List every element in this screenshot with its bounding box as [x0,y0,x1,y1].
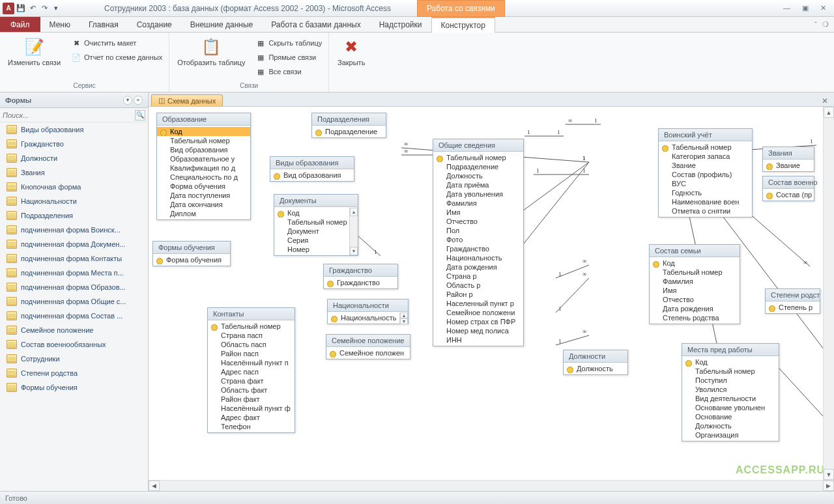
table-field[interactable]: Номер [274,245,349,254]
table-field[interactable]: Номер мед полиса [433,326,523,335]
table-field[interactable]: Отчество [433,217,523,226]
table-field[interactable]: Населённый пункт п [208,358,295,367]
table-header[interactable]: Образование [157,113,250,126]
table-field[interactable]: Поступил [682,376,779,385]
navpane-item[interactable]: Формы обучения [0,380,148,395]
table-field[interactable]: Форма обучения [157,182,250,191]
table-field[interactable]: Степень родства [650,313,740,322]
table-field[interactable]: Область пасп [208,340,295,349]
navpane-collapse-icon[interactable]: « [134,96,143,105]
table-field[interactable]: Район пасп [208,349,295,358]
table-header[interactable]: Состав военно [763,176,814,189]
navpane-item[interactable]: Семейное положение [0,323,148,337]
table-box-kinship[interactable]: Степени родстСтепень р [765,288,820,314]
table-field[interactable]: Уволился [682,385,779,394]
table-field[interactable]: Дата увольнения [433,189,523,199]
table-field[interactable]: Фото [433,235,523,244]
menu-tab-6[interactable]: Конструктор [431,17,495,33]
table-header[interactable]: Степени родст [766,289,820,301]
table-field[interactable]: Табельный номер [433,153,523,162]
table-field[interactable]: Имя [650,286,740,295]
close-icon[interactable]: ✕ [820,4,826,12]
table-box-nation[interactable]: НациональностиНациональность▲▼ [327,299,409,324]
table-field[interactable]: Адрес пасп [208,367,295,376]
navpane-item[interactable]: Виды образования [0,122,148,137]
table-box-eduform[interactable]: Формы обученияФорма обучения [152,241,231,266]
table-field[interactable]: Вид образования [270,171,354,180]
table-field[interactable]: Семейное положен [326,348,410,357]
all-relations-button[interactable]: ▦Все связи [253,65,324,78]
table-header[interactable]: Гражданство [324,264,397,277]
table-header[interactable]: Места пред работы [682,344,779,356]
navpane-dropdown-icon[interactable]: ▾ [123,96,132,105]
table-box-edutype[interactable]: Виды образованияВид образования [270,156,354,182]
table-field[interactable]: Дата поступления [157,191,250,200]
menu-tab-3[interactable]: Внешние данные [181,17,263,32]
table-box-docs[interactable]: ДокументыКодТабельный номерДокументСерия… [274,194,358,256]
navpane-item[interactable]: подчиненная форма Докумен... [0,237,148,251]
menu-tab-5[interactable]: Надстройки [370,17,431,32]
navpane-item[interactable]: подчиненная форма Воинск... [0,223,148,237]
table-field[interactable]: Табельный номер [274,217,349,227]
navpane-item[interactable]: подчиненная форма Контакты [0,251,148,266]
table-field[interactable]: Гражданство [324,278,397,287]
table-field[interactable]: Вид образования [157,145,250,154]
table-field[interactable]: Фамилия [650,277,740,286]
table-field[interactable]: Основание увольнен [682,403,779,412]
table-box-general[interactable]: Общие сведенияТабельный номерПодразделен… [433,139,524,346]
table-field[interactable]: Образовательное у [157,154,250,163]
clear-layout-button[interactable]: ✖Очистить макет [68,36,165,49]
table-box-milcomp[interactable]: Состав военноСостав (пр [762,176,814,201]
minimize-ribbon-icon[interactable]: ˆ [814,21,817,29]
qat-dropdown-icon[interactable]: ▾ [51,3,61,14]
table-field[interactable]: Табельный номер [659,143,752,152]
table-field[interactable]: Населенный пункт р [433,299,523,308]
tab-relations-schema[interactable]: ◫ Схема данных [151,94,223,106]
direct-relations-button[interactable]: ▦Прямые связи [253,51,324,64]
relation-report-button[interactable]: 📄Отчет по схеме данных [68,51,165,64]
table-field[interactable]: Должность [564,364,627,373]
table-field[interactable]: Национальность [433,253,523,262]
table-header[interactable]: Документы [274,195,358,207]
table-field[interactable]: Состав (профиль) [659,170,752,179]
scroll-up-icon[interactable]: ▲ [824,107,834,118]
help-icon[interactable]: ❍ [822,20,829,29]
navpane-item[interactable]: подчиненная форма Места п... [0,266,148,280]
navpane-item[interactable]: Национальности [0,194,148,208]
table-header[interactable]: Семейное положение [326,335,410,347]
table-field[interactable]: Табельный номер [208,322,295,331]
table-field[interactable]: Имя [433,208,523,217]
table-field[interactable]: Отчество [650,295,740,304]
table-header[interactable]: Виды образования [270,157,354,169]
table-field[interactable]: Подразделение [433,162,523,171]
table-field[interactable]: Дата рождения [650,304,740,313]
table-field[interactable]: Табельный номер [682,367,779,376]
horizontal-scrollbar[interactable]: ◀ ▶ [149,480,834,491]
table-field[interactable]: Специальность по д [157,173,250,182]
table-field[interactable]: Телефон [208,422,295,431]
save-icon[interactable]: 💾 [16,3,26,14]
table-header[interactable]: Общие сведения [433,139,523,152]
table-header[interactable]: Состав семьи [650,245,740,257]
scroll-down-icon[interactable]: ▼ [824,469,834,480]
table-field[interactable]: Страна пасп [208,331,295,340]
restore-icon[interactable]: ▣ [802,4,809,12]
scroll-left-icon[interactable]: ◀ [149,481,160,491]
minimize-icon[interactable]: ― [783,4,790,12]
table-box-edu[interactable]: ОбразованиеКодТабельный номерВид образов… [156,113,251,220]
table-field[interactable]: Адрес факт [208,413,295,422]
table-box-military[interactable]: Воинский учётТабельный номерКатегория за… [658,128,753,217]
table-header[interactable]: Подразделения [312,113,386,126]
table-field[interactable]: Код [274,208,349,217]
table-field[interactable]: Табельный номер [157,136,250,145]
navpane-item[interactable]: подчиненная форма Образов... [0,280,148,294]
table-field[interactable]: Населённый пункт ф [208,404,295,413]
navpane-item[interactable]: Подразделения [0,208,148,223]
vertical-scrollbar[interactable]: ▲ ▼ [823,107,834,480]
table-box-citiz[interactable]: ГражданствоГражданство [323,264,398,289]
table-field[interactable]: Основание [682,412,779,421]
search-icon[interactable]: 🔍 [135,110,145,120]
table-field[interactable]: Код [682,357,779,367]
table-field[interactable]: Категория запаса [659,152,752,161]
table-field[interactable]: Дата приёма [433,180,523,189]
